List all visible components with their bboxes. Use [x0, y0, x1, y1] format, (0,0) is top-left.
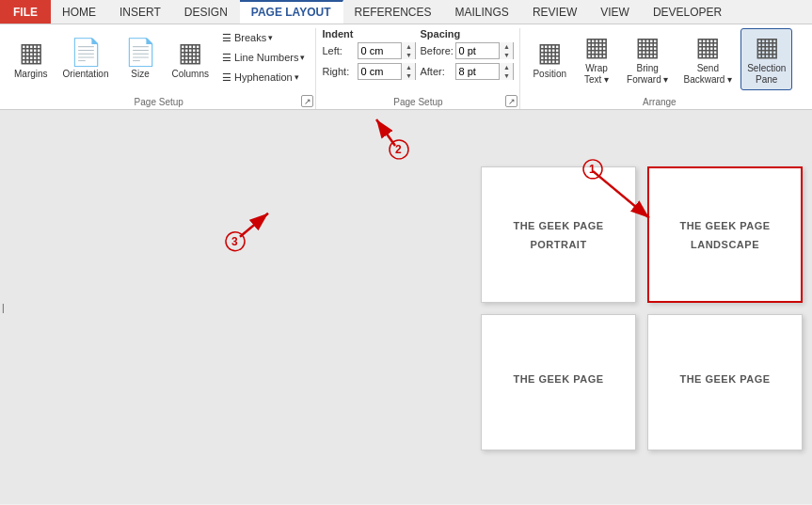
send-backward-button[interactable]: ▦ SendBackward ▾: [677, 28, 739, 90]
spacing-after-spinners: ▲ ▼: [499, 63, 513, 80]
line-numbers-icon: ☰: [222, 52, 231, 64]
page3-text: THE GEEK PAGE: [513, 373, 603, 385]
tab-insert[interactable]: INSERT: [108, 0, 173, 24]
ruler-marker: |: [2, 302, 5, 312]
tab-home[interactable]: HOME: [51, 0, 108, 24]
size-label: Size: [131, 69, 149, 80]
indent-left-input[interactable]: [358, 45, 401, 56]
indent-right-up[interactable]: ▲: [402, 63, 415, 71]
tab-file[interactable]: FILE: [0, 0, 51, 24]
indent-right-down[interactable]: ▼: [402, 71, 415, 80]
arrange-label: Arrange: [520, 97, 798, 107]
wrap-text-label: WrapText ▾: [584, 63, 609, 86]
main-content: | THE GEEK PAGE PORTRAIT THE GEEK PAGE L…: [0, 110, 812, 504]
page2-orientation: LANDSCAPE: [691, 239, 759, 250]
indent-left-down[interactable]: ▼: [402, 51, 415, 59]
margins-button[interactable]: ▦ Margins: [8, 28, 55, 90]
svg-point-5: [390, 140, 408, 159]
line-numbers-button[interactable]: ☰ Line Numbers ▾: [217, 48, 310, 67]
selection-pane-label: SelectionPane: [747, 63, 786, 86]
size-icon: 📄: [124, 39, 157, 66]
page-3[interactable]: THE GEEK PAGE: [481, 314, 636, 450]
pages-grid: THE GEEK PAGE PORTRAIT THE GEEK PAGE LAN…: [481, 166, 803, 450]
columns-icon: ▦: [178, 39, 202, 66]
indent-left-spinners: ▲ ▼: [401, 42, 415, 59]
spacing-before-input[interactable]: [456, 45, 499, 56]
spacing-after-input[interactable]: [456, 66, 499, 77]
tab-developer[interactable]: DEVELOPER: [642, 0, 734, 24]
send-backward-label: SendBackward ▾: [683, 63, 732, 86]
page-setup-label: Page Setup: [2, 97, 315, 107]
columns-button[interactable]: ▦ Columns: [166, 28, 215, 90]
tab-view[interactable]: VIEW: [589, 0, 642, 24]
selection-pane-button[interactable]: ▦ SelectionPane: [740, 28, 792, 90]
page-landscape[interactable]: THE GEEK PAGE LANDSCAPE: [647, 166, 803, 303]
paragraph-items: Indent Left: ▲ ▼: [322, 28, 514, 92]
page-setup-dialog-launcher[interactable]: ↗: [301, 95, 313, 107]
position-button[interactable]: ▦ Position: [526, 28, 573, 90]
tab-design[interactable]: DESIGN: [173, 0, 240, 24]
spacing-before-up[interactable]: ▲: [500, 42, 513, 51]
breaks-group: ☰ Breaks ▾ ☰ Line Numbers ▾ ☰ Hyphenatio…: [217, 28, 310, 87]
spacing-after-input-wrap: ▲ ▼: [455, 63, 514, 80]
page4-text: THE GEEK PAGE: [679, 373, 770, 385]
breaks-icon: ☰: [222, 32, 231, 44]
spacing-after-row: After: ▲ ▼: [420, 62, 514, 81]
spacing-before-input-wrap: ▲ ▼: [455, 42, 514, 59]
breaks-button[interactable]: ☰ Breaks ▾: [217, 28, 310, 47]
line-numbers-arrow: ▾: [300, 53, 305, 62]
svg-line-7: [240, 213, 268, 237]
page-portrait[interactable]: THE GEEK PAGE PORTRAIT: [481, 166, 636, 303]
tab-references[interactable]: REFERENCES: [343, 0, 444, 24]
spacing-after-down[interactable]: ▼: [500, 71, 513, 80]
margins-icon: ▦: [19, 39, 43, 66]
orientation-button[interactable]: 📄 Orientation: [56, 28, 116, 90]
page-4[interactable]: THE GEEK PAGE: [647, 314, 803, 450]
indent-right-label: Right:: [322, 66, 356, 77]
indent-group: Indent Left: ▲ ▼: [322, 28, 416, 82]
indent-right-input[interactable]: [358, 66, 401, 77]
position-icon: ▦: [537, 39, 562, 66]
line-numbers-label: Line Numbers: [234, 52, 298, 63]
hyphenation-arrow: ▾: [295, 72, 299, 82]
spacing-before-down[interactable]: ▼: [500, 51, 513, 59]
send-backward-icon: ▦: [695, 34, 720, 60]
hyphenation-icon: ☰: [222, 71, 231, 84]
breaks-arrow: ▾: [268, 33, 273, 42]
indent-right-spinners: ▲ ▼: [401, 63, 415, 80]
indent-left-up[interactable]: ▲: [402, 42, 415, 51]
spacing-before-label: Before:: [420, 45, 454, 56]
spacing-before-spinners: ▲ ▼: [499, 42, 513, 59]
wrap-text-button[interactable]: ▦ WrapText ▾: [575, 28, 618, 90]
wrap-text-icon: ▦: [584, 34, 609, 60]
hyphenation-button[interactable]: ☰ Hyphenation ▾: [217, 68, 310, 87]
indent-left-row: Left: ▲ ▼: [322, 41, 416, 60]
spacing-after-up[interactable]: ▲: [500, 63, 513, 71]
paragraph-dialog-launcher[interactable]: ↗: [505, 95, 517, 107]
bring-forward-label: BringForward ▾: [627, 63, 668, 86]
group-page-setup: ▦ Margins 📄 Orientation 📄 Size ▦ Columns: [2, 28, 316, 109]
indent-left-label: Left:: [322, 45, 356, 56]
selection-pane-icon: ▦: [755, 34, 779, 60]
group-paragraph: Indent Left: ▲ ▼: [316, 28, 520, 109]
tab-mailings[interactable]: MAILINGS: [444, 0, 521, 24]
hyphenation-label: Hyphenation: [234, 71, 293, 83]
tab-review[interactable]: REVIEW: [521, 0, 589, 24]
spacing-group: Spacing Before: ▲ ▼: [420, 28, 514, 82]
indent-label: Indent: [322, 28, 416, 39]
tab-page-layout[interactable]: PAGE LAYOUT: [240, 0, 343, 24]
bring-forward-button[interactable]: ▦ BringForward ▾: [620, 28, 675, 90]
size-button[interactable]: 📄 Size: [118, 28, 164, 90]
indent-left-input-wrap: ▲ ▼: [358, 42, 416, 59]
ribbon-content: ▦ Margins 📄 Orientation 📄 Size ▦ Columns: [0, 24, 812, 109]
position-label: Position: [533, 69, 566, 80]
group-arrange: ▦ Position ▦ WrapText ▾ ▦ BringForward ▾…: [520, 28, 798, 109]
margins-label: Margins: [14, 69, 48, 80]
bring-forward-icon: ▦: [635, 34, 660, 60]
indent-spacing: Indent Left: ▲ ▼: [322, 28, 514, 82]
spacing-before-row: Before: ▲ ▼: [420, 41, 514, 60]
indent-right-input-wrap: ▲ ▼: [358, 63, 416, 80]
orientation-label: Orientation: [63, 69, 109, 80]
page1-orientation: PORTRAIT: [530, 239, 586, 250]
page1-text: THE GEEK PAGE: [513, 220, 603, 231]
